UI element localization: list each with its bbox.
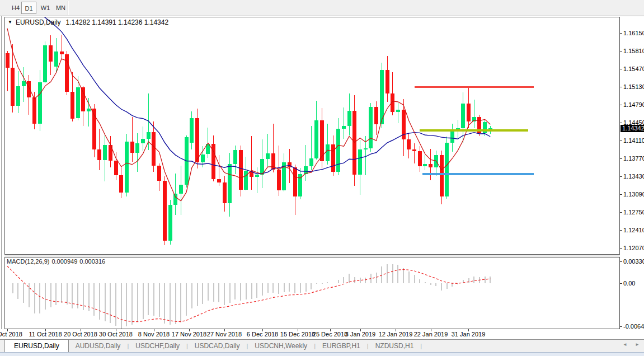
candle-body: [163, 181, 167, 241]
candle-body: [27, 81, 31, 97]
candle-body: [114, 161, 118, 175]
candle-body: [173, 194, 177, 205]
macd-main-value: 0.000949: [51, 258, 77, 265]
tab-usdchf-daily[interactable]: USDCHF,Daily: [129, 340, 186, 352]
price-chart-canvas[interactable]: [4, 17, 620, 255]
candle-body: [125, 142, 129, 193]
price-axis-tick: [620, 105, 622, 105]
tab-eurusd-daily[interactable]: EURUSD,Daily: [4, 339, 69, 353]
candle-body: [331, 144, 335, 172]
candle-body: [369, 107, 373, 148]
macd-panel-canvas[interactable]: [4, 257, 620, 329]
date-axis-label: 11 Oct 2018: [29, 331, 62, 338]
price-axis[interactable]: 1.161501.158101.154701.151301.147901.144…: [620, 17, 644, 329]
timeframe-button-w1[interactable]: W1: [39, 2, 52, 14]
candle-body: [396, 110, 400, 113]
chart-ohlc-values: 1.14282 1.14391 1.14236 1.14342: [66, 18, 169, 26]
macd-axis-tick: [620, 283, 622, 284]
tab-scroll-right-icon[interactable]: ►: [635, 342, 640, 347]
tab-separator: |: [420, 340, 422, 352]
price-axis-label: 1.12410: [623, 227, 644, 233]
macd-name: MACD(12,26,9): [7, 258, 49, 265]
candle-body: [6, 53, 10, 68]
tab-scroll-left-icon[interactable]: ◄: [623, 342, 627, 347]
candle-body: [147, 132, 151, 139]
candle-body: [412, 149, 416, 151]
candle-body: [87, 109, 91, 112]
price-axis-label: 1.13090: [623, 191, 644, 198]
date-axis[interactable]: 2 Oct 201811 Oct 201820 Oct 201830 Oct 2…: [0, 329, 620, 339]
candle-body: [266, 153, 270, 159]
tab-usdcad-daily[interactable]: USDCAD,Daily: [188, 340, 247, 352]
candle-body: [352, 111, 356, 175]
candle-body: [342, 126, 346, 129]
terminal-window: H4 D1 W1 MN ▼EURUSD,Daily1.14282 1.14391…: [0, 0, 644, 356]
symbol-dropdown-icon[interactable]: ▼: [8, 20, 12, 25]
candle-body: [11, 68, 15, 106]
candle-body: [423, 164, 427, 166]
price-axis-label: 1.12750: [623, 209, 644, 216]
timeframe-toolbar: H4 D1 W1 MN: [0, 0, 644, 16]
candle-body: [130, 142, 134, 153]
window-left-edge: [1, 16, 2, 339]
date-axis-label: 27 Nov 2018: [207, 331, 242, 338]
timeframe-button-d1[interactable]: D1: [21, 2, 36, 14]
candle-body: [440, 155, 444, 196]
price-axis-tick: [620, 69, 622, 69]
macd-signal-line: [7, 266, 490, 321]
candles-layer: [6, 35, 492, 246]
candle-body: [32, 97, 36, 124]
tab-usdcnh-weekly[interactable]: USDCNH,Weekly: [248, 340, 314, 352]
timeframe-button-mn[interactable]: MN: [53, 2, 68, 14]
macd-axis-label: 0.00: [623, 280, 635, 287]
candle-body: [195, 118, 199, 162]
candle-body: [81, 87, 85, 111]
price-axis-label: 1.12070: [623, 245, 644, 251]
tab-nzdusd-h1[interactable]: NZDUSD,H1: [369, 340, 421, 352]
price-axis-label: 1.13770: [623, 155, 644, 162]
date-axis-label: 17 Nov 2018: [172, 331, 206, 338]
price-axis-label: 1.15470: [623, 65, 644, 72]
chart-title: ▼EURUSD,Daily1.14282 1.14391 1.14236 1.1…: [8, 18, 168, 26]
candle-body: [380, 70, 384, 124]
candle-body: [65, 54, 69, 92]
timeframe-button-h4[interactable]: H4: [9, 2, 22, 14]
candle-body: [109, 145, 112, 161]
date-axis-label: 12 Jan 2019: [379, 331, 413, 338]
candle-body: [223, 182, 227, 203]
candle-body: [43, 45, 47, 82]
candle-body: [239, 150, 243, 190]
candle-body: [288, 162, 292, 167]
candle-body: [244, 171, 248, 190]
candle-body: [364, 148, 368, 149]
candle-body: [309, 158, 313, 166]
candle-body: [429, 164, 433, 167]
tab-audusd-daily[interactable]: AUDUSD,Daily: [69, 340, 128, 352]
candle-body: [152, 132, 156, 166]
candle-body: [217, 179, 221, 183]
candle-body: [119, 175, 123, 193]
price-axis-tick: [620, 140, 622, 141]
date-axis-label: 22 Jan 2019: [414, 331, 448, 338]
price-axis-tick: [620, 194, 622, 195]
price-axis-tick: [620, 212, 622, 213]
candle-body: [358, 149, 362, 175]
candle-body: [16, 86, 20, 106]
candle-body: [157, 166, 161, 180]
candle-body: [190, 118, 194, 143]
price-axis-label: 1.14110: [623, 137, 644, 144]
candle-body: [483, 122, 487, 133]
candle-body: [233, 150, 237, 164]
tab-eurgbp-h1[interactable]: EURGBP,H1: [316, 340, 367, 352]
status-strip: [0, 352, 644, 356]
candle-body: [418, 151, 422, 166]
macd-axis-label: 0.003306: [623, 258, 644, 265]
date-axis-label: 15 Dec 2018: [280, 331, 315, 338]
chart-symbol-label: EURUSD,Daily: [16, 18, 61, 26]
chart-tab-bar: EURUSD,Daily AUDUSD,Daily | USDCHF,Daily…: [0, 339, 644, 352]
candle-body: [97, 149, 101, 160]
candle-body: [386, 70, 389, 93]
price-axis-tick: [620, 176, 622, 177]
macd-indicator-label: MACD(12,26,9)0.0009490.000316: [7, 258, 107, 265]
macd-axis-label: -0.00649: [623, 323, 644, 330]
